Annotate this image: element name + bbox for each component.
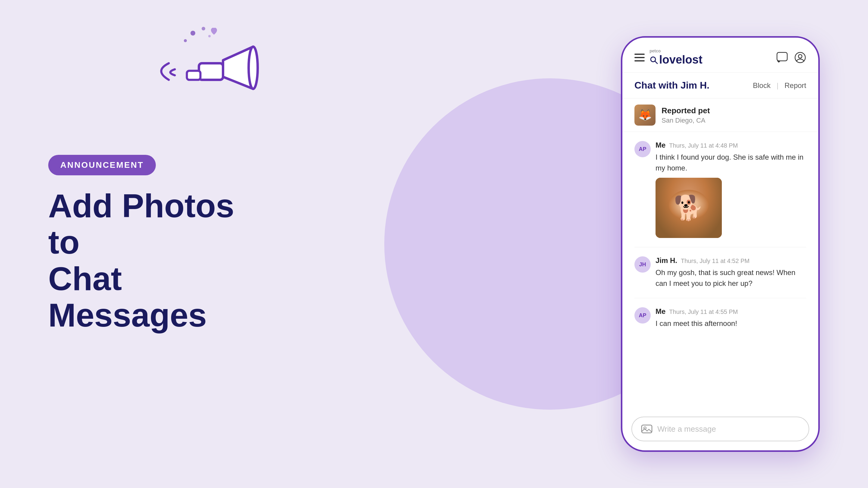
- message-time: Thurs, July 11 at 4:48 PM: [669, 142, 738, 149]
- message-separator: [634, 247, 806, 247]
- message-content: Jim H. Thurs, July 11 at 4:52 PM Oh my g…: [655, 256, 806, 289]
- left-content-section: ANNOUNCEMENT Add Photos to Chat Messages: [48, 155, 259, 333]
- action-divider: |: [777, 82, 778, 90]
- header-right: [776, 52, 806, 64]
- message-content: Me Thurs, July 11 at 4:48 PM I think I f…: [655, 141, 806, 238]
- message-input-placeholder[interactable]: Write a message: [657, 424, 800, 434]
- header-left: petco lovelost: [634, 48, 703, 66]
- phone-screen: petco lovelost: [621, 36, 820, 452]
- svg-line-9: [655, 61, 657, 64]
- pet-name: Reported pet: [661, 106, 710, 116]
- message-text: Oh my gosh, that is such great news! Whe…: [655, 267, 806, 289]
- svg-rect-13: [642, 425, 652, 433]
- message-row: JH Jim H. Thurs, July 11 at 4:52 PM Oh m…: [634, 256, 806, 289]
- avatar: AP: [634, 307, 651, 324]
- svg-point-2: [184, 39, 187, 42]
- messages-area: AP Me Thurs, July 11 at 4:48 PM I think …: [622, 132, 818, 411]
- message-meta: Me Thurs, July 11 at 4:55 PM: [655, 307, 806, 316]
- message-image: [655, 178, 722, 238]
- chat-actions: Block | Report: [753, 82, 806, 90]
- pet-location: San Diego, CA: [661, 117, 710, 124]
- svg-point-0: [190, 31, 195, 36]
- user-profile-icon-button[interactable]: [794, 52, 806, 64]
- megaphone-illustration: [157, 24, 259, 115]
- chat-icon-button[interactable]: [776, 52, 788, 64]
- corgi-photo: [655, 178, 722, 238]
- logo-search-icon: [650, 56, 658, 64]
- phone-mockup: petco lovelost: [621, 36, 820, 452]
- message-row: AP Me Thurs, July 11 at 4:55 PM I can me…: [634, 307, 806, 329]
- block-button[interactable]: Block: [753, 82, 771, 90]
- pet-info: Reported pet San Diego, CA: [661, 106, 710, 124]
- photo-attach-icon[interactable]: [641, 423, 652, 435]
- svg-point-12: [798, 55, 802, 58]
- report-button[interactable]: Report: [784, 82, 806, 90]
- message-input-area: Write a message: [622, 411, 818, 450]
- svg-rect-4: [199, 63, 223, 80]
- petco-label: petco: [650, 48, 661, 53]
- svg-rect-10: [777, 53, 787, 61]
- message-meta: Jim H. Thurs, July 11 at 4:52 PM: [655, 256, 806, 265]
- message-time: Thurs, July 11 at 4:55 PM: [669, 308, 738, 315]
- chat-title: Chat with Jim H.: [634, 80, 710, 91]
- reported-pet-card[interactable]: 🦊 Reported pet San Diego, CA: [622, 98, 818, 132]
- pet-thumbnail: 🦊: [634, 104, 655, 126]
- chat-header: Chat with Jim H. Block | Report: [622, 73, 818, 98]
- svg-rect-6: [187, 71, 200, 80]
- logo-text: lovelost: [659, 53, 703, 66]
- svg-point-3: [208, 35, 211, 37]
- message-meta: Me Thurs, July 11 at 4:48 PM: [655, 141, 806, 150]
- message-text: I think I found your dog. She is safe wi…: [655, 152, 806, 173]
- avatar: AP: [634, 141, 651, 157]
- announcement-badge: ANNOUNCEMENT: [48, 155, 156, 175]
- message-sender: Me: [655, 307, 665, 316]
- message-time: Thurs, July 11 at 4:52 PM: [681, 258, 749, 264]
- message-text: I can meet this afternoon!: [655, 318, 806, 329]
- app-header: petco lovelost: [622, 38, 818, 73]
- avatar: JH: [634, 256, 651, 272]
- app-logo: petco lovelost: [650, 48, 703, 66]
- message-sender: Me: [655, 141, 665, 150]
- message-row: AP Me Thurs, July 11 at 4:48 PM I think …: [634, 141, 806, 238]
- message-content: Me Thurs, July 11 at 4:55 PM I can meet …: [655, 307, 806, 329]
- svg-point-1: [202, 27, 205, 30]
- hamburger-menu-button[interactable]: [634, 54, 645, 61]
- svg-point-7: [249, 47, 258, 89]
- message-sender: Jim H.: [655, 256, 677, 265]
- message-separator: [634, 298, 806, 298]
- message-input-box[interactable]: Write a message: [631, 417, 809, 441]
- main-title: Add Photos to Chat Messages: [48, 187, 259, 333]
